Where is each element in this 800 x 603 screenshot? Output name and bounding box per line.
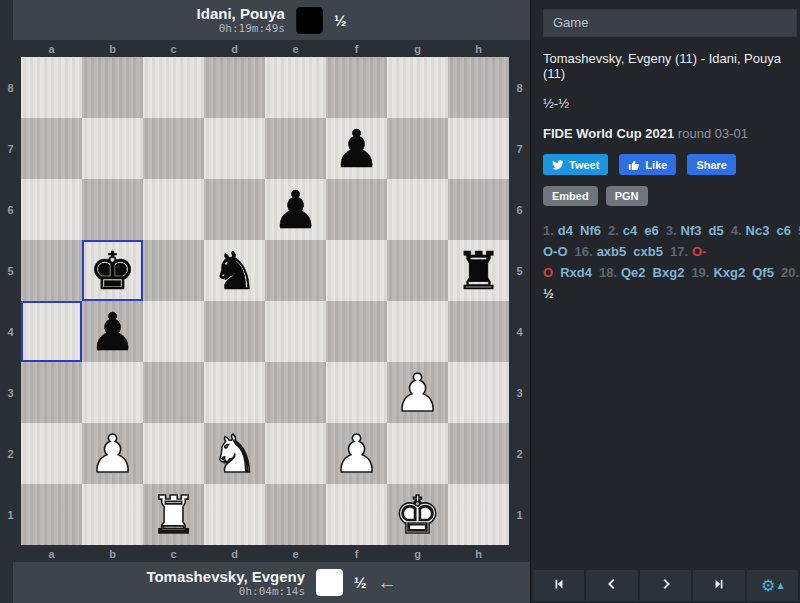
square-g8[interactable] xyxy=(387,57,448,118)
square-c7[interactable] xyxy=(143,118,204,179)
square-h4[interactable] xyxy=(448,301,509,362)
square-g6[interactable] xyxy=(387,179,448,240)
square-c5[interactable] xyxy=(143,240,204,301)
square-d3[interactable] xyxy=(204,362,265,423)
square-c3[interactable] xyxy=(143,362,204,423)
square-c4[interactable] xyxy=(143,301,204,362)
step-back-button[interactable] xyxy=(586,570,637,601)
share-button[interactable]: Share xyxy=(687,154,736,175)
square-g2[interactable] xyxy=(387,423,448,484)
square-d6[interactable] xyxy=(204,179,265,240)
square-g4[interactable] xyxy=(387,301,448,362)
square-b6[interactable] xyxy=(82,179,143,240)
move-black-16[interactable]: cxb5 xyxy=(633,244,663,259)
square-b4[interactable]: ♟ xyxy=(82,301,143,362)
move-black-2[interactable]: e6 xyxy=(644,223,658,238)
square-c8[interactable] xyxy=(143,57,204,118)
square-a4[interactable] xyxy=(21,301,82,362)
square-h8[interactable] xyxy=(448,57,509,118)
move-white-16[interactable]: axb5 xyxy=(597,244,627,259)
square-g3[interactable]: ♟ xyxy=(387,362,448,423)
square-b2[interactable]: ♟ xyxy=(82,423,143,484)
coord-label: 7 xyxy=(0,118,21,179)
square-d7[interactable] xyxy=(204,118,265,179)
square-c6[interactable] xyxy=(143,179,204,240)
move-white-2[interactable]: c4 xyxy=(623,223,637,238)
tweet-button-label: Tweet xyxy=(569,159,599,171)
square-g5[interactable] xyxy=(387,240,448,301)
square-b3[interactable] xyxy=(82,362,143,423)
square-d4[interactable] xyxy=(204,301,265,362)
square-h6[interactable] xyxy=(448,179,509,240)
square-e3[interactable] xyxy=(265,362,326,423)
square-e4[interactable] xyxy=(265,301,326,362)
square-e2[interactable] xyxy=(265,423,326,484)
square-d1[interactable] xyxy=(204,484,265,545)
gear-icon: ⚙ xyxy=(761,578,775,594)
square-e6[interactable]: ♟ xyxy=(265,179,326,240)
square-b8[interactable] xyxy=(82,57,143,118)
square-h7[interactable] xyxy=(448,118,509,179)
square-d5[interactable]: ♞ xyxy=(204,240,265,301)
move-black-3[interactable]: d5 xyxy=(709,223,724,238)
step-forward-button[interactable] xyxy=(640,570,691,601)
square-h1[interactable] xyxy=(448,484,509,545)
square-f1[interactable] xyxy=(326,484,387,545)
pgn-button[interactable]: PGN xyxy=(606,186,648,206)
move-white-1[interactable]: d4 xyxy=(558,223,573,238)
square-f6[interactable] xyxy=(326,179,387,240)
move-black-18[interactable]: Bxg2 xyxy=(653,265,685,280)
square-h2[interactable] xyxy=(448,423,509,484)
square-e1[interactable] xyxy=(265,484,326,545)
move-white-18[interactable]: Qe2 xyxy=(621,265,646,280)
coord-label: g xyxy=(387,40,448,57)
coord-label: d xyxy=(204,545,265,562)
coord-label: h xyxy=(448,545,509,562)
like-button[interactable]: Like xyxy=(619,154,676,175)
square-f7[interactable]: ♟ xyxy=(326,118,387,179)
move-number: 2. xyxy=(608,223,619,238)
square-c2[interactable] xyxy=(143,423,204,484)
move-black-17[interactable]: Rxd4 xyxy=(560,265,592,280)
square-a6[interactable] xyxy=(21,179,82,240)
square-b7[interactable] xyxy=(82,118,143,179)
square-h3[interactable] xyxy=(448,362,509,423)
square-f4[interactable] xyxy=(326,301,387,362)
square-a2[interactable] xyxy=(21,423,82,484)
square-f8[interactable] xyxy=(326,57,387,118)
move-black-4[interactable]: c6 xyxy=(776,223,790,238)
move-black-19[interactable]: Qf5 xyxy=(752,265,774,280)
skip-to-start-button[interactable] xyxy=(533,570,584,601)
square-g7[interactable] xyxy=(387,118,448,179)
square-c1[interactable]: ♜ xyxy=(143,484,204,545)
settings-button[interactable]: ⚙ ▲ xyxy=(747,570,798,601)
event-round: round 03-01 xyxy=(678,126,748,141)
square-d2[interactable]: ♞ xyxy=(204,423,265,484)
square-e7[interactable] xyxy=(265,118,326,179)
square-e8[interactable] xyxy=(265,57,326,118)
move-number: 3. xyxy=(666,223,677,238)
move-white-19[interactable]: Kxg2 xyxy=(713,265,745,280)
square-a5[interactable] xyxy=(21,240,82,301)
square-a3[interactable] xyxy=(21,362,82,423)
square-e5[interactable] xyxy=(265,240,326,301)
square-d8[interactable] xyxy=(204,57,265,118)
square-a1[interactable] xyxy=(21,484,82,545)
square-b5[interactable]: ♚ xyxy=(82,240,143,301)
square-f3[interactable] xyxy=(326,362,387,423)
square-a7[interactable] xyxy=(21,118,82,179)
tweet-button[interactable]: Tweet xyxy=(543,154,608,175)
move-white-3[interactable]: Nf3 xyxy=(681,223,702,238)
move-white-4[interactable]: Nc3 xyxy=(746,223,770,238)
square-f2[interactable]: ♟ xyxy=(326,423,387,484)
square-g1[interactable]: ♚ xyxy=(387,484,448,545)
square-b1[interactable] xyxy=(82,484,143,545)
square-f5[interactable] xyxy=(326,240,387,301)
black-pawn: ♟ xyxy=(272,184,319,236)
skip-to-end-button[interactable] xyxy=(693,570,744,601)
file-labels-top: abcdefgh xyxy=(0,40,530,57)
square-a8[interactable] xyxy=(21,57,82,118)
move-black-1[interactable]: Nf6 xyxy=(580,223,601,238)
square-h5[interactable]: ♜ xyxy=(448,240,509,301)
embed-button[interactable]: Embed xyxy=(543,186,598,206)
